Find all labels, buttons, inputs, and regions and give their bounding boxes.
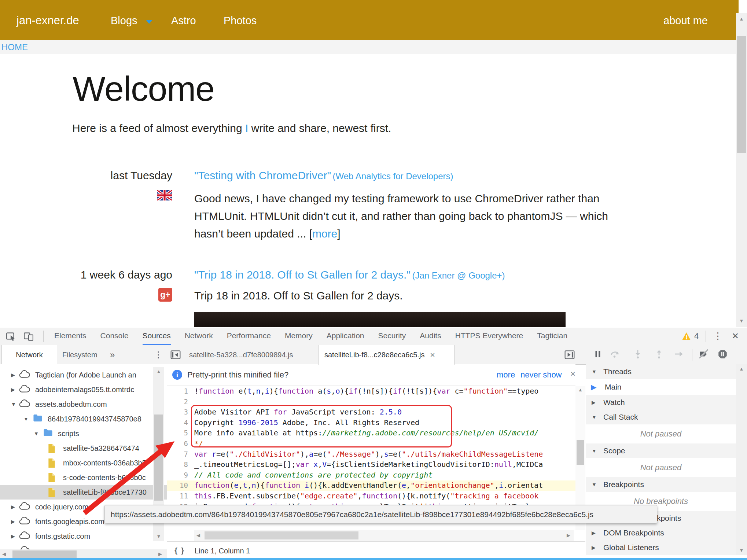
- chevron-right-icon[interactable]: ▶: [11, 387, 15, 393]
- devtools-tab-security[interactable]: Security: [378, 328, 406, 345]
- step-into-icon[interactable]: [633, 349, 643, 361]
- chevron-right-icon[interactable]: ▶: [11, 504, 15, 510]
- breadcrumb-home-link[interactable]: HOME: [1, 42, 28, 52]
- feed-body-more-link[interactable]: more: [312, 228, 337, 240]
- warning-count[interactable]: 4: [694, 331, 699, 341]
- line-number[interactable]: 2: [167, 398, 188, 406]
- warning-icon[interactable]: [682, 332, 691, 342]
- devtools-tab-network[interactable]: Network: [185, 328, 213, 345]
- chevron-down-icon[interactable]: ▼: [34, 431, 39, 436]
- sidebar-section-breakpoints[interactable]: ▼Breakpoints: [586, 477, 736, 492]
- editor-tab-satellite[interactable]: satellite-5a328...d7fe8009894.js: [189, 345, 293, 365]
- scroll-up-arrow-icon[interactable]: ▲: [736, 16, 747, 22]
- scroll-up-arrow-icon[interactable]: ▲: [736, 366, 747, 372]
- sidebar-section-call-stack[interactable]: ▼Call Stack: [586, 410, 736, 425]
- page-scrollbar-thumb[interactable]: [737, 36, 746, 153]
- chevron-down-icon[interactable]: ▼: [11, 401, 16, 407]
- scroll-up-arrow-icon[interactable]: ▲: [153, 369, 164, 374]
- editor-tab-satellitelib[interactable]: satelliteLib-f8...c28e8eca6c5.js ✕: [318, 345, 455, 365]
- nav-item-photos[interactable]: Photos: [224, 15, 257, 27]
- tree-item-fonts-gstatic-com[interactable]: ▶fonts.gstatic.com: [0, 529, 167, 544]
- close-tab-icon[interactable]: ✕: [430, 351, 435, 359]
- page-scrollbar[interactable]: ▲ ▼: [736, 13, 747, 327]
- sidebar-section-dom-breakpoints[interactable]: ▶DOM Breakpoints: [586, 526, 736, 541]
- line-number[interactable]: 4: [167, 419, 188, 427]
- inspect-element-icon[interactable]: [6, 331, 16, 343]
- devtools-tab-https-everywhere[interactable]: HTTPS Everywhere: [455, 328, 523, 345]
- step-icon[interactable]: [674, 349, 684, 361]
- tree-item-assets-adobedtm-com[interactable]: ▼assets.adobedtm.com: [0, 397, 167, 412]
- feed-source-link[interactable]: (Web Analytics for Developers): [333, 171, 453, 181]
- chevron-right-icon[interactable]: ▶: [592, 545, 596, 550]
- editor-hscrollbar-thumb[interactable]: [205, 531, 358, 539]
- infobar-never-show-link[interactable]: never show: [520, 370, 562, 380]
- chevron-right-icon[interactable]: ▶: [11, 372, 15, 378]
- devtools-tab-application[interactable]: Application: [327, 328, 364, 345]
- panel-kebab-menu-icon[interactable]: ⋮: [154, 345, 163, 364]
- devtools-tab-elements[interactable]: Elements: [54, 328, 87, 345]
- deactivate-breakpoints-icon[interactable]: [698, 349, 709, 361]
- line-number[interactable]: 1: [167, 387, 188, 395]
- scroll-left-arrow-icon[interactable]: ◀: [1, 551, 7, 557]
- devtools-tab-performance[interactable]: Performance: [227, 328, 271, 345]
- chevron-down-icon[interactable]: ▼: [23, 416, 29, 422]
- sidebar-section-global-listeners[interactable]: ▶Global Listeners: [586, 540, 736, 555]
- chevron-right-icon[interactable]: ▶: [592, 399, 596, 405]
- chevron-down-icon[interactable]: ▼: [592, 482, 597, 487]
- sidebar-section-scope[interactable]: ▼Scope: [586, 443, 736, 458]
- infobar-more-link[interactable]: more: [497, 370, 515, 380]
- scroll-right-arrow-icon[interactable]: ▶: [565, 533, 572, 538]
- nav-item-blogs[interactable]: Blogs: [111, 15, 137, 27]
- sidebar-scrollbar[interactable]: ▲ ▼: [736, 364, 747, 555]
- chevron-down-icon: [146, 20, 152, 24]
- editor-hscrollbar[interactable]: ◀ ▶: [194, 530, 574, 541]
- feed-title-link[interactable]: "Trip 18 in 2018. Off to St Gallen for 2…: [194, 269, 411, 281]
- infobar-close-icon[interactable]: ×: [570, 369, 575, 379]
- feed-source-link[interactable]: (Jan Exner @ Google+): [412, 270, 505, 280]
- editor-scrollbar-thumb[interactable]: [577, 440, 584, 465]
- tree-hscrollbar-thumb[interactable]: [12, 550, 77, 558]
- collapse-navigator-icon[interactable]: [170, 350, 181, 361]
- devtools-tab-tagtician[interactable]: Tagtician: [537, 328, 567, 345]
- pause-on-exceptions-icon[interactable]: [718, 349, 728, 361]
- devtools-tab-console[interactable]: Console: [100, 328, 129, 345]
- nav-item-astro[interactable]: Astro: [171, 15, 196, 27]
- chevron-down-icon[interactable]: ▼: [592, 369, 597, 375]
- more-tabs-chevron[interactable]: »: [110, 345, 115, 364]
- chevron-right-icon[interactable]: ▶: [11, 519, 15, 524]
- scroll-down-arrow-icon[interactable]: ▼: [153, 534, 164, 539]
- sidebar-row-main[interactable]: ▶Main: [586, 379, 736, 395]
- tree-item-864b19784019943745870e8[interactable]: ▼864b19784019943745870e8: [0, 412, 167, 426]
- sidebar-section-watch[interactable]: ▶Watch: [586, 395, 736, 410]
- tab-filesystem[interactable]: Filesystem: [62, 345, 97, 364]
- devtools-close-icon[interactable]: ✕: [732, 331, 739, 341]
- device-toolbar-icon[interactable]: [23, 331, 34, 343]
- devtools-tab-sources[interactable]: Sources: [143, 328, 171, 345]
- step-over-icon[interactable]: [610, 349, 620, 361]
- pretty-print-icon[interactable]: { }: [174, 546, 185, 555]
- chevron-down-icon[interactable]: ▼: [592, 448, 597, 454]
- tree-item-tagtician-for-adobe-launch-an[interactable]: ▶Tagtician (for Adobe Launch an: [0, 368, 167, 382]
- tab-network[interactable]: Network: [1, 345, 57, 364]
- chevron-right-icon[interactable]: ▶: [592, 530, 596, 536]
- chevron-down-icon[interactable]: ▼: [592, 414, 597, 420]
- feed-title-link[interactable]: "Testing with ChromeDriver": [194, 169, 331, 181]
- scroll-down-arrow-icon[interactable]: ▼: [736, 318, 747, 324]
- pause-script-icon[interactable]: [593, 349, 603, 361]
- chevron-right-icon[interactable]: ▶: [11, 533, 15, 539]
- line-number[interactable]: 3: [167, 408, 188, 416]
- site-brand[interactable]: jan-exner.de: [16, 14, 79, 27]
- scroll-left-arrow-icon[interactable]: ◀: [195, 533, 202, 538]
- devtools-tab-audits[interactable]: Audits: [420, 328, 441, 345]
- scroll-right-arrow-icon[interactable]: ▶: [157, 551, 163, 557]
- step-out-icon[interactable]: [654, 349, 664, 361]
- scroll-down-arrow-icon[interactable]: ▼: [736, 548, 747, 553]
- intro-link[interactable]: I: [245, 122, 248, 134]
- tree-item[interactable]: ▶: [0, 544, 167, 549]
- nav-about-me[interactable]: about me: [663, 15, 708, 27]
- sidebar-section-threads[interactable]: ▼Threads: [586, 364, 736, 379]
- open-drawer-icon[interactable]: [564, 350, 575, 361]
- kebab-menu-icon[interactable]: ⋮: [713, 331, 722, 341]
- devtools-tab-memory[interactable]: Memory: [285, 328, 313, 345]
- tree-item-adobeinternalags055-tt-omtrdc[interactable]: ▶adobeinternalags055.tt.omtrdc: [0, 382, 167, 397]
